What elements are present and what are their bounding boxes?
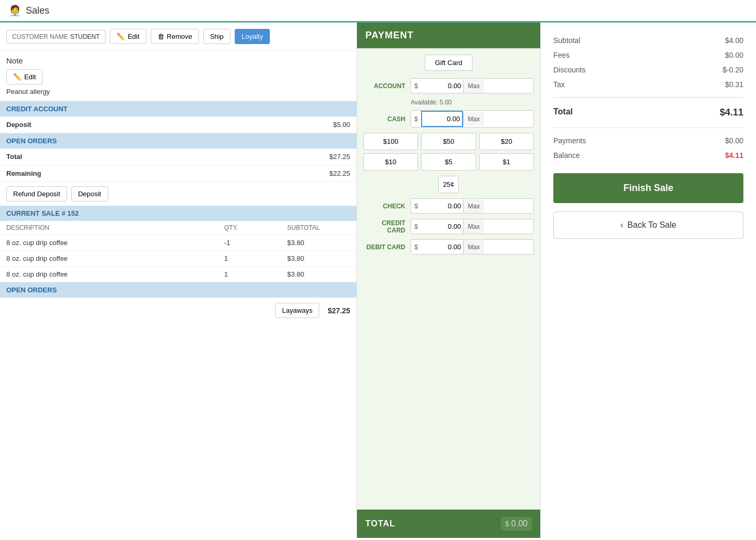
cash-amount-button[interactable]: $1	[479, 153, 534, 171]
credit-account-deposit-row: Deposit $5.00	[0, 117, 356, 133]
gift-card-button[interactable]: Gift Card	[425, 55, 472, 71]
open-orders-remaining-label: Remaining	[6, 170, 41, 177]
edit-customer-label: Edit	[128, 33, 139, 40]
deposit-button-label: Deposit	[78, 190, 101, 198]
payment-total-value: 0.00	[511, 519, 528, 528]
refund-deposit-label: Refund Deposit	[13, 190, 60, 198]
pencil-note-icon: ✏️	[13, 73, 22, 81]
check-payment-row: CHECK $ Max	[363, 198, 534, 214]
payment-body: Gift Card ACCOUNT $ Max Available: 5.00 …	[357, 48, 540, 510]
debit-card-max-button[interactable]: Max	[463, 240, 484, 254]
item-subtotal: $3.80	[287, 255, 350, 262]
ship-label: Ship	[210, 33, 224, 40]
edit-note-button[interactable]: ✏️ Edit	[6, 69, 43, 84]
edit-note-label: Edit	[24, 73, 36, 81]
credit-card-input[interactable]	[421, 219, 463, 234]
account-payment-row: ACCOUNT $ Max	[363, 78, 534, 93]
loyalty-button[interactable]: Loyalty	[235, 29, 270, 44]
fees-row: Fees $0.00	[553, 48, 743, 62]
main-layout: CUSTOMER NAME STUDENT ✏️ Edit 🗑 Remove S…	[0, 23, 756, 538]
total-value: $4.11	[720, 107, 743, 118]
payment-total-wrap: $ 0.00	[501, 517, 532, 531]
cash-amount-button[interactable]: $20	[479, 133, 534, 150]
cash-label: CASH	[363, 115, 411, 123]
left-panel: CUSTOMER NAME STUDENT ✏️ Edit 🗑 Remove S…	[0, 23, 357, 538]
debit-card-currency: $	[411, 240, 421, 254]
cash-max-button[interactable]: Max	[463, 112, 484, 126]
remove-customer-button[interactable]: 🗑 Remove	[151, 29, 199, 44]
debit-card-input-wrap: $ Max	[411, 239, 534, 255]
fees-value: $0.00	[725, 51, 743, 59]
refund-deposit-button[interactable]: Refund Deposit	[6, 186, 67, 202]
tax-value: $0.31	[725, 80, 743, 89]
cash-amount-button[interactable]: $100	[363, 133, 418, 150]
note-text: Peanut allergy	[6, 88, 350, 96]
check-label: CHECK	[363, 203, 411, 210]
credit-card-currency: $	[411, 219, 421, 234]
credit-card-label: CREDIT CARD	[363, 219, 411, 234]
finish-sale-button[interactable]: Finish Sale	[553, 173, 743, 203]
layaways-button[interactable]: Layaways	[275, 303, 319, 318]
account-label: ACCOUNT	[363, 82, 411, 90]
tax-label: Tax	[553, 80, 565, 89]
check-max-button[interactable]: Max	[463, 199, 484, 213]
deposit-button[interactable]: Deposit	[71, 186, 108, 202]
cash-payment-row: CASH $ Max	[363, 110, 534, 128]
customer-name-label: CUSTOMER NAME	[12, 33, 68, 40]
open-orders-total-row: Total $27.25	[0, 149, 356, 165]
open-orders-remaining-row: Remaining $22.25	[0, 165, 356, 182]
cash-currency: $	[411, 112, 421, 126]
ship-button[interactable]: Ship	[203, 29, 230, 44]
check-input-wrap: $ Max	[411, 198, 534, 214]
credit-card-input-wrap: $ Max	[411, 219, 534, 234]
tax-row: Tax $0.31	[553, 77, 743, 92]
debit-card-input[interactable]	[421, 240, 463, 254]
back-icon: ‹	[621, 220, 623, 230]
item-subtotal: $3.80	[287, 270, 350, 278]
account-max-button[interactable]: Max	[463, 79, 484, 93]
customer-name-badge: CUSTOMER NAME STUDENT	[6, 30, 106, 44]
account-available-text: Available: 5.00	[411, 99, 534, 106]
item-qty: 1	[224, 255, 287, 262]
deposit-label: Deposit	[6, 121, 32, 129]
cash-input[interactable]	[421, 111, 463, 127]
account-input[interactable]	[421, 79, 463, 93]
subtotal-label: Subtotal	[553, 36, 580, 45]
back-to-sale-label: Back To Sale	[627, 220, 676, 230]
note-title: Note	[6, 56, 350, 65]
sale-items-list: 8 oz. cup drip coffee -1 $3.80 8 oz. cup…	[0, 235, 356, 282]
edit-customer-button[interactable]: ✏️ Edit	[110, 29, 146, 44]
subtotal-row: Subtotal $4.00	[553, 33, 743, 48]
credit-card-max-button[interactable]: Max	[463, 220, 484, 234]
summary-divider	[553, 97, 743, 98]
payments-label: Payments	[553, 136, 586, 145]
total-label: Total	[553, 107, 573, 118]
cash-25c-button[interactable]: 25¢	[438, 176, 459, 193]
cash-amount-button[interactable]: $50	[421, 133, 476, 150]
note-section: Note ✏️ Edit Peanut allergy	[0, 51, 356, 101]
sales-icon: 🧑‍💼	[8, 4, 22, 17]
subtotal-col-header: SUBTOTAL	[287, 224, 350, 231]
open-orders-action-row: Refund Deposit Deposit	[0, 182, 356, 206]
payments-value: $0.00	[725, 136, 743, 145]
cash-input-wrap: $ Max	[411, 110, 534, 128]
layaways-label: Layaways	[282, 306, 312, 314]
desc-col-header: DESCRIPTION	[6, 224, 224, 231]
cash-buttons-grid: $100$50$20$10$5$1	[363, 133, 534, 171]
top-bar: 🧑‍💼 Sales	[0, 0, 756, 23]
open-orders-footer-header: OPEN ORDERS	[0, 282, 356, 298]
open-orders-total-label: Total	[6, 153, 22, 161]
gift-card-label: Gift Card	[435, 59, 462, 67]
item-subtotal: $3.80	[287, 239, 350, 247]
account-currency: $	[411, 79, 421, 93]
payment-header: PAYMENT	[357, 23, 540, 48]
payment-total-row: TOTAL $ 0.00	[357, 510, 540, 538]
back-to-sale-button[interactable]: ‹ Back To Sale	[553, 211, 743, 239]
subtotal-value: $4.00	[725, 36, 743, 45]
check-input[interactable]	[421, 199, 463, 213]
cash-amount-button[interactable]: $10	[363, 153, 418, 171]
cash-amount-button[interactable]: $5	[421, 153, 476, 171]
discounts-label: Discounts	[553, 66, 585, 74]
table-row: 8 oz. cup drip coffee 1 $3.80	[0, 267, 356, 282]
payment-total-label: TOTAL	[365, 519, 501, 528]
